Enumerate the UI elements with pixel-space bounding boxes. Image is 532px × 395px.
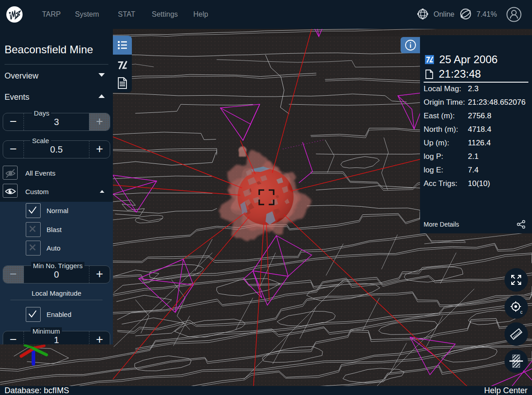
svg-text:c: c xyxy=(520,310,523,315)
